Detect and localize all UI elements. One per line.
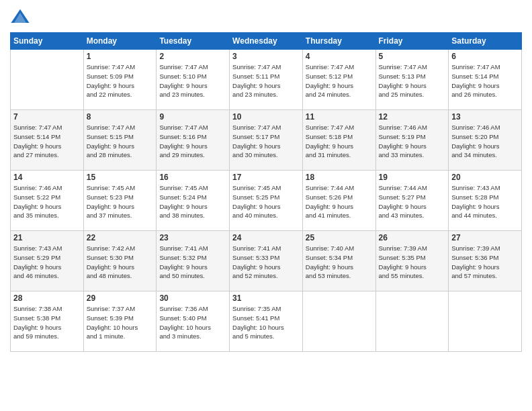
day-number: 9: [159, 112, 226, 122]
day-number: 7: [13, 112, 81, 122]
day-info: Sunrise: 7:39 AMSunset: 5:36 PMDaylight:…: [451, 244, 519, 281]
weekday-header-row: SundayMondayTuesdayWednesdayThursdayFrid…: [11, 33, 522, 50]
day-cell: 2Sunrise: 7:47 AMSunset: 5:10 PMDaylight…: [157, 50, 230, 110]
day-info: Sunrise: 7:44 AMSunset: 5:27 PMDaylight:…: [379, 183, 446, 220]
weekday-friday: Friday: [375, 33, 449, 50]
day-number: 5: [379, 52, 446, 61]
day-cell: 10Sunrise: 7:47 AMSunset: 5:17 PMDayligh…: [230, 110, 303, 171]
day-number: 14: [13, 173, 81, 182]
day-number: 26: [379, 233, 446, 242]
day-number: 25: [306, 233, 373, 242]
weekday-thursday: Thursday: [302, 33, 375, 50]
day-info: Sunrise: 7:39 AMSunset: 5:35 PMDaylight:…: [379, 244, 446, 281]
day-info: Sunrise: 7:47 AMSunset: 5:18 PMDaylight:…: [306, 123, 373, 160]
day-number: 2: [159, 52, 226, 61]
day-info: Sunrise: 7:47 AMSunset: 5:14 PMDaylight:…: [13, 123, 81, 160]
day-info: Sunrise: 7:45 AMSunset: 5:23 PMDaylight:…: [87, 183, 154, 220]
day-cell: [11, 50, 84, 110]
day-number: 15: [87, 173, 154, 182]
day-number: 6: [451, 52, 519, 61]
day-info: Sunrise: 7:45 AMSunset: 5:24 PMDaylight:…: [159, 183, 226, 220]
day-cell: [449, 291, 522, 352]
day-number: 20: [451, 173, 519, 182]
weekday-sunday: Sunday: [11, 33, 84, 50]
week-row-1: 1Sunrise: 7:47 AMSunset: 5:09 PMDaylight…: [11, 50, 522, 110]
day-info: Sunrise: 7:47 AMSunset: 5:16 PMDaylight:…: [159, 123, 226, 160]
day-number: 13: [451, 112, 519, 122]
day-info: Sunrise: 7:46 AMSunset: 5:19 PMDaylight:…: [379, 123, 446, 160]
day-cell: 19Sunrise: 7:44 AMSunset: 5:27 PMDayligh…: [375, 171, 449, 231]
day-number: 27: [451, 233, 519, 242]
day-cell: 5Sunrise: 7:47 AMSunset: 5:13 PMDaylight…: [375, 50, 449, 110]
logo-icon: [10, 7, 30, 27]
day-number: 23: [159, 233, 226, 242]
day-info: Sunrise: 7:47 AMSunset: 5:11 PMDaylight:…: [232, 62, 300, 99]
day-number: 18: [306, 173, 373, 182]
day-cell: 8Sunrise: 7:47 AMSunset: 5:15 PMDaylight…: [83, 110, 157, 171]
day-cell: 24Sunrise: 7:41 AMSunset: 5:33 PMDayligh…: [230, 231, 303, 291]
day-cell: 29Sunrise: 7:37 AMSunset: 5:39 PMDayligh…: [83, 291, 157, 352]
weekday-wednesday: Wednesday: [230, 33, 303, 50]
day-info: Sunrise: 7:47 AMSunset: 5:17 PMDaylight:…: [232, 123, 300, 160]
day-cell: 7Sunrise: 7:47 AMSunset: 5:14 PMDaylight…: [11, 110, 84, 171]
day-number: 3: [232, 52, 300, 61]
day-number: 28: [13, 293, 81, 303]
week-row-5: 28Sunrise: 7:38 AMSunset: 5:38 PMDayligh…: [11, 291, 522, 352]
logo: [10, 7, 33, 27]
day-info: Sunrise: 7:35 AMSunset: 5:41 PMDaylight:…: [232, 304, 300, 341]
day-cell: 27Sunrise: 7:39 AMSunset: 5:36 PMDayligh…: [449, 231, 522, 291]
day-cell: [375, 291, 449, 352]
calendar: SundayMondayTuesdayWednesdayThursdayFrid…: [10, 32, 522, 352]
day-cell: 9Sunrise: 7:47 AMSunset: 5:16 PMDaylight…: [157, 110, 230, 171]
weekday-monday: Monday: [83, 33, 157, 50]
day-info: Sunrise: 7:41 AMSunset: 5:33 PMDaylight:…: [232, 244, 300, 281]
day-cell: 16Sunrise: 7:45 AMSunset: 5:24 PMDayligh…: [157, 171, 230, 231]
day-number: 29: [87, 293, 154, 303]
page: SundayMondayTuesdayWednesdayThursdayFrid…: [0, 0, 532, 411]
day-cell: 15Sunrise: 7:45 AMSunset: 5:23 PMDayligh…: [83, 171, 157, 231]
day-info: Sunrise: 7:38 AMSunset: 5:38 PMDaylight:…: [13, 304, 81, 341]
day-cell: 17Sunrise: 7:45 AMSunset: 5:25 PMDayligh…: [230, 171, 303, 231]
day-cell: 26Sunrise: 7:39 AMSunset: 5:35 PMDayligh…: [375, 231, 449, 291]
day-number: 16: [159, 173, 226, 182]
day-cell: 3Sunrise: 7:47 AMSunset: 5:11 PMDaylight…: [230, 50, 303, 110]
day-cell: 31Sunrise: 7:35 AMSunset: 5:41 PMDayligh…: [230, 291, 303, 352]
day-info: Sunrise: 7:47 AMSunset: 5:15 PMDaylight:…: [87, 123, 154, 160]
day-info: Sunrise: 7:43 AMSunset: 5:29 PMDaylight:…: [13, 244, 81, 281]
day-info: Sunrise: 7:47 AMSunset: 5:12 PMDaylight:…: [306, 62, 373, 99]
day-cell: 11Sunrise: 7:47 AMSunset: 5:18 PMDayligh…: [302, 110, 375, 171]
day-info: Sunrise: 7:47 AMSunset: 5:13 PMDaylight:…: [379, 62, 446, 99]
day-cell: 1Sunrise: 7:47 AMSunset: 5:09 PMDaylight…: [83, 50, 157, 110]
week-row-4: 21Sunrise: 7:43 AMSunset: 5:29 PMDayligh…: [11, 231, 522, 291]
week-row-2: 7Sunrise: 7:47 AMSunset: 5:14 PMDaylight…: [11, 110, 522, 171]
day-info: Sunrise: 7:40 AMSunset: 5:34 PMDaylight:…: [306, 244, 373, 281]
day-number: 4: [306, 52, 373, 61]
day-cell: 14Sunrise: 7:46 AMSunset: 5:22 PMDayligh…: [11, 171, 84, 231]
day-info: Sunrise: 7:47 AMSunset: 5:10 PMDaylight:…: [159, 62, 226, 99]
day-info: Sunrise: 7:43 AMSunset: 5:28 PMDaylight:…: [451, 183, 519, 220]
weekday-saturday: Saturday: [449, 33, 522, 50]
day-info: Sunrise: 7:45 AMSunset: 5:25 PMDaylight:…: [232, 183, 300, 220]
day-info: Sunrise: 7:46 AMSunset: 5:22 PMDaylight:…: [13, 183, 81, 220]
day-number: 11: [306, 112, 373, 122]
day-number: 12: [379, 112, 446, 122]
weekday-tuesday: Tuesday: [157, 33, 230, 50]
day-cell: 28Sunrise: 7:38 AMSunset: 5:38 PMDayligh…: [11, 291, 84, 352]
week-row-3: 14Sunrise: 7:46 AMSunset: 5:22 PMDayligh…: [11, 171, 522, 231]
day-cell: 18Sunrise: 7:44 AMSunset: 5:26 PMDayligh…: [302, 171, 375, 231]
day-number: 21: [13, 233, 81, 242]
day-info: Sunrise: 7:41 AMSunset: 5:32 PMDaylight:…: [159, 244, 226, 281]
day-info: Sunrise: 7:47 AMSunset: 5:14 PMDaylight:…: [451, 62, 519, 99]
day-cell: 4Sunrise: 7:47 AMSunset: 5:12 PMDaylight…: [302, 50, 375, 110]
day-cell: 6Sunrise: 7:47 AMSunset: 5:14 PMDaylight…: [449, 50, 522, 110]
day-info: Sunrise: 7:42 AMSunset: 5:30 PMDaylight:…: [87, 244, 154, 281]
day-number: 19: [379, 173, 446, 182]
day-cell: [302, 291, 375, 352]
day-info: Sunrise: 7:37 AMSunset: 5:39 PMDaylight:…: [87, 304, 154, 341]
day-cell: 21Sunrise: 7:43 AMSunset: 5:29 PMDayligh…: [11, 231, 84, 291]
day-info: Sunrise: 7:36 AMSunset: 5:40 PMDaylight:…: [159, 304, 226, 341]
day-cell: 23Sunrise: 7:41 AMSunset: 5:32 PMDayligh…: [157, 231, 230, 291]
day-cell: 25Sunrise: 7:40 AMSunset: 5:34 PMDayligh…: [302, 231, 375, 291]
header: [10, 7, 522, 27]
day-info: Sunrise: 7:47 AMSunset: 5:09 PMDaylight:…: [87, 62, 154, 99]
